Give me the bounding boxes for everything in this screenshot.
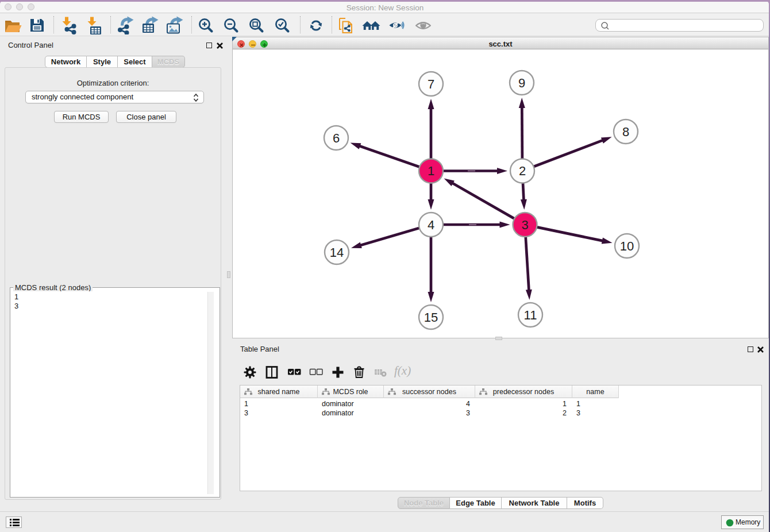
svg-text:8: 8 <box>622 125 629 139</box>
svg-text:3: 3 <box>521 218 528 232</box>
svg-text:14: 14 <box>330 245 344 260</box>
svg-text:15: 15 <box>424 310 438 325</box>
svg-text:7: 7 <box>428 77 434 91</box>
svg-text:1: 1 <box>428 164 434 178</box>
svg-text:6: 6 <box>333 131 340 145</box>
svg-text:10: 10 <box>620 239 634 253</box>
svg-text:4: 4 <box>428 218 434 232</box>
svg-text:9: 9 <box>518 76 525 90</box>
svg-text:2: 2 <box>519 164 526 178</box>
svg-text:11: 11 <box>524 308 537 322</box>
